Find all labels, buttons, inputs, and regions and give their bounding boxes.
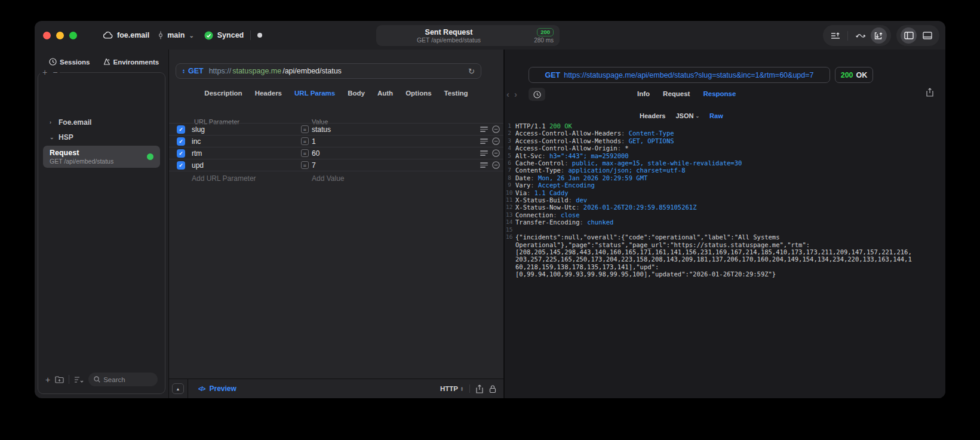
- collapse-panel-button[interactable]: ▲: [172, 383, 184, 394]
- request-success-dot-icon: [147, 153, 153, 160]
- response-body[interactable]: 1HTTP/1.1 200 OK2Access-Control-Allow-He…: [506, 122, 931, 278]
- method-label[interactable]: GET: [188, 67, 204, 75]
- code-text: Vary: Accept-Encoding: [515, 181, 595, 189]
- sync-branches-icon[interactable]: [852, 27, 868, 44]
- tab-description[interactable]: Description: [204, 90, 242, 97]
- param-value-input[interactable]: 1: [312, 137, 316, 146]
- chevron-right-icon[interactable]: ›: [50, 119, 54, 125]
- tab-request[interactable]: Request: [663, 90, 690, 97]
- remove-param-icon[interactable]: [492, 125, 500, 133]
- json-dropdown-chevron-icon: ⌄: [695, 113, 699, 119]
- param-checkbox[interactable]: ✓: [177, 125, 185, 134]
- request-item-subtitle: GET /api/embed/status: [50, 158, 147, 165]
- history-back-button[interactable]: ‹: [506, 89, 509, 100]
- request-editor: ▲▼ GET https://statuspage.me/api/embed/s…: [168, 50, 505, 398]
- response-request-line[interactable]: GET https://statuspage.me/api/embed/stat…: [529, 67, 830, 83]
- line-number: [506, 256, 515, 263]
- param-name-input[interactable]: slug: [192, 125, 205, 134]
- lock-icon[interactable]: [489, 384, 496, 393]
- remove-param-icon[interactable]: [492, 137, 500, 145]
- view-tab-headers[interactable]: Headers: [640, 112, 665, 119]
- param-name-input[interactable]: inc: [192, 137, 201, 146]
- tab-headers[interactable]: Headers: [255, 90, 282, 97]
- new-folder-icon[interactable]: [55, 376, 64, 383]
- drag-handle-icon[interactable]: [480, 150, 488, 156]
- line-number: 16: [506, 233, 515, 241]
- remove-item-button[interactable]: −: [53, 68, 57, 76]
- tab-auth[interactable]: Auth: [377, 90, 393, 97]
- tab-url-params[interactable]: URL Params: [294, 90, 335, 97]
- method-stepper-icon[interactable]: ▲▼: [182, 69, 185, 74]
- remove-param-icon[interactable]: [492, 149, 500, 157]
- drag-handle-icon[interactable]: [480, 162, 488, 168]
- add-url-parameter-field[interactable]: Add URL Parameter: [192, 174, 256, 183]
- code-icon: </>: [198, 386, 205, 392]
- code-line: 60,218,159,138,178,135,173,141],"upd":: [506, 263, 931, 270]
- param-name-input[interactable]: rtm: [192, 149, 202, 158]
- line-number: 14: [506, 219, 515, 226]
- param-checkbox[interactable]: ✓: [177, 137, 185, 146]
- branch-name[interactable]: main: [167, 31, 185, 39]
- view-tab-raw[interactable]: Raw: [709, 112, 723, 119]
- sort-list-icon[interactable]: [74, 376, 84, 383]
- tree-group-foe-email[interactable]: › Foe.email: [43, 115, 160, 130]
- tab-environments[interactable]: Environments: [102, 58, 159, 66]
- project-name[interactable]: foe.email: [117, 31, 149, 39]
- new-request-button[interactable]: +: [45, 375, 50, 384]
- history-clock-button[interactable]: [529, 88, 545, 101]
- search-input[interactable]: Search: [88, 373, 158, 386]
- history-forward-button[interactable]: ›: [514, 89, 517, 100]
- zoom-window-button[interactable]: [69, 32, 77, 39]
- add-value-field[interactable]: Add Value: [312, 174, 345, 183]
- drag-handle-icon[interactable]: [480, 127, 488, 132]
- response-status-code: 200: [841, 71, 853, 79]
- share-icon[interactable]: [476, 384, 483, 393]
- import-box-icon[interactable]: [871, 27, 887, 44]
- traffic-lights: [43, 32, 77, 39]
- toggle-bottom-panel-icon[interactable]: [919, 27, 935, 44]
- project-info: foe.email main ⌄ Synced: [103, 21, 262, 50]
- tree-group-hsp[interactable]: ⌄ HSP: [43, 130, 160, 144]
- tab-response[interactable]: Response: [703, 90, 736, 97]
- request-url-bar[interactable]: ▲▼ GET https://statuspage.me/api/embed/s…: [176, 63, 481, 79]
- resend-icon[interactable]: ↻: [468, 67, 475, 76]
- add-item-button[interactable]: +: [42, 68, 47, 76]
- param-checkbox[interactable]: ✓: [177, 149, 185, 158]
- code-text: 203,257,225,165,250,173,204,223,158,208,…: [515, 256, 912, 263]
- url-path[interactable]: /api/embed/status: [282, 67, 342, 75]
- code-text: Connection: close: [515, 211, 579, 219]
- request-status-pill[interactable]: Sent Request GET /api/embed/status 200 2…: [376, 25, 560, 46]
- export-response-icon[interactable]: [926, 88, 933, 97]
- tab-testing[interactable]: Testing: [444, 90, 468, 97]
- titlebar-separator: [250, 30, 251, 40]
- code-line: 13Connection: close: [506, 211, 931, 219]
- close-window-button[interactable]: [43, 32, 51, 39]
- export-lines-icon[interactable]: [827, 27, 843, 44]
- preview-button[interactable]: </> Preview: [198, 384, 236, 393]
- tab-info[interactable]: Info: [637, 90, 650, 97]
- param-value-input[interactable]: 7: [312, 161, 316, 170]
- branch-chevron-down-icon[interactable]: ⌄: [189, 32, 193, 39]
- url-scheme[interactable]: https://: [209, 67, 232, 75]
- code-text: Date: Mon, 26 Jan 2026 20:29:59 GMT: [515, 174, 647, 181]
- minimize-window-button[interactable]: [56, 32, 64, 39]
- param-value-input[interactable]: 60: [312, 149, 320, 158]
- param-checkbox[interactable]: ✓: [177, 161, 185, 170]
- request-item-title: Request: [50, 149, 147, 158]
- tab-body[interactable]: Body: [348, 90, 365, 97]
- add-param-row: Add URL Parameter Add Value: [169, 171, 503, 183]
- drag-handle-icon[interactable]: [480, 139, 488, 144]
- tab-sessions[interactable]: Sessions: [49, 58, 90, 66]
- view-tab-json[interactable]: JSON ⌄: [675, 112, 699, 119]
- tree-group-label: HSP: [59, 133, 73, 141]
- request-list-item-selected[interactable]: Request GET /api/embed/status: [43, 146, 160, 168]
- toggle-sidebar-icon[interactable]: [901, 27, 917, 44]
- param-name-input[interactable]: upd: [192, 161, 204, 170]
- param-value-input[interactable]: status: [312, 125, 331, 134]
- chevron-down-icon[interactable]: ⌄: [50, 134, 54, 140]
- url-host[interactable]: statuspage.me: [232, 67, 281, 75]
- line-number: 6: [506, 159, 515, 167]
- tab-options[interactable]: Options: [405, 90, 431, 97]
- remove-param-icon[interactable]: [492, 161, 500, 169]
- protocol-select[interactable]: HTTP ▲▼: [440, 385, 463, 392]
